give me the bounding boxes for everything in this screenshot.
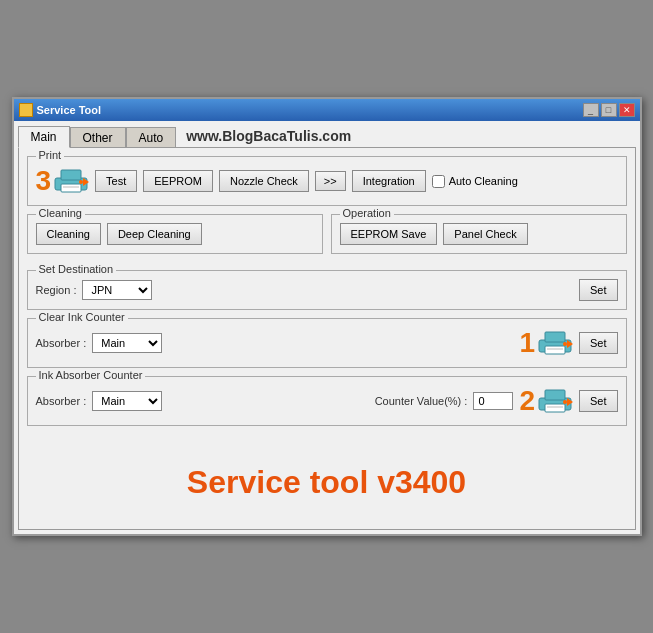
title-bar-left: Service Tool <box>19 103 102 117</box>
auto-cleaning-label[interactable]: Auto Cleaning <box>432 175 518 188</box>
absorber-label-1: Absorber : <box>36 337 87 349</box>
set-destination-label: Set Destination <box>36 263 117 275</box>
cleaning-section: Cleaning Cleaning Deep Cleaning <box>27 214 323 254</box>
panel-check-button[interactable]: Panel Check <box>443 223 527 245</box>
ink-absorber-set-button[interactable]: Set <box>579 390 618 412</box>
title-controls: _ □ ✕ <box>583 103 635 117</box>
tab-auto[interactable]: Auto <box>126 127 177 148</box>
badge1-container: 1 <box>519 327 573 359</box>
printer-icon-1 <box>537 330 573 356</box>
svg-rect-1 <box>61 170 81 180</box>
tab-main[interactable]: Main <box>18 126 70 148</box>
window-title: Service Tool <box>37 104 102 116</box>
printer-icon-3 <box>53 168 89 194</box>
operation-section: Operation EEPROM Save Panel Check <box>331 214 627 254</box>
printer-icon-2 <box>537 388 573 414</box>
clear-ink-counter-label: Clear Ink Counter <box>36 311 128 323</box>
arrow-button[interactable]: >> <box>315 171 346 191</box>
counter-value-input[interactable] <box>473 392 513 410</box>
clear-ink-set-button[interactable]: Set <box>579 332 618 354</box>
badge3-container: 3 <box>36 165 90 197</box>
svg-rect-9 <box>547 348 563 350</box>
region-label: Region : <box>36 284 77 296</box>
set-destination-section: Set Destination Region : JPN USA EUR Set <box>27 270 627 310</box>
badge-2: 2 <box>519 385 535 417</box>
svg-rect-7 <box>545 332 565 342</box>
test-button[interactable]: Test <box>95 170 137 192</box>
print-row: 3 Test EEPROM Nozzle Check <box>36 165 618 197</box>
set-destination-button[interactable]: Set <box>579 279 618 301</box>
cleaning-operation-row: Cleaning Cleaning Deep Cleaning Operatio… <box>27 214 627 262</box>
cleaning-section-label: Cleaning <box>36 207 85 219</box>
minimize-button[interactable]: _ <box>583 103 599 117</box>
integration-button[interactable]: Integration <box>352 170 426 192</box>
auto-cleaning-checkbox[interactable] <box>432 175 445 188</box>
badge2-container: 2 <box>519 385 573 417</box>
clear-ink-counter-section: Clear Ink Counter Absorber : Main Sub 1 <box>27 318 627 368</box>
operation-buttons-row: EEPROM Save Panel Check <box>340 223 618 245</box>
app-icon <box>19 103 33 117</box>
svg-rect-13 <box>545 390 565 400</box>
svg-rect-15 <box>547 406 563 408</box>
website-label: www.BlogBacaTulis.com <box>186 128 351 147</box>
badge-3: 3 <box>36 165 52 197</box>
absorber-label-2: Absorber : <box>36 395 87 407</box>
title-bar: Service Tool _ □ ✕ <box>14 99 640 121</box>
maximize-button[interactable]: □ <box>601 103 617 117</box>
svg-rect-3 <box>63 186 79 188</box>
badge-1: 1 <box>519 327 535 359</box>
region-select[interactable]: JPN USA EUR <box>82 280 152 300</box>
nozzle-check-button[interactable]: Nozzle Check <box>219 170 309 192</box>
cleaning-buttons-row: Cleaning Deep Cleaning <box>36 223 314 245</box>
counter-value-label: Counter Value(%) : <box>375 395 468 407</box>
deep-cleaning-button[interactable]: Deep Cleaning <box>107 223 202 245</box>
ink-absorber-counter-row: Absorber : Main Sub Counter Value(%) : 2 <box>36 385 618 417</box>
tab-header: Main Other Auto www.BlogBacaTulis.com <box>18 125 636 147</box>
absorber-select-1[interactable]: Main Sub <box>92 333 162 353</box>
svg-point-16 <box>563 400 567 404</box>
clear-ink-counter-row: Absorber : Main Sub 1 <box>36 327 618 359</box>
tab-other[interactable]: Other <box>70 127 126 148</box>
print-section-label: Print <box>36 149 65 161</box>
print-section: Print 3 <box>27 156 627 206</box>
operation-section-label: Operation <box>340 207 394 219</box>
window-content: Main Other Auto www.BlogBacaTulis.com Pr… <box>14 121 640 534</box>
eeprom-button[interactable]: EEPROM <box>143 170 213 192</box>
service-tool-text: Service tool v3400 <box>27 434 627 521</box>
svg-point-4 <box>79 180 83 184</box>
main-window: Service Tool _ □ ✕ Main Other Auto www.B… <box>12 97 642 536</box>
set-destination-row: Region : JPN USA EUR Set <box>36 279 618 301</box>
ink-absorber-counter-label: Ink Absorber Counter <box>36 369 146 381</box>
ink-absorber-counter-section: Ink Absorber Counter Absorber : Main Sub… <box>27 376 627 426</box>
cleaning-button[interactable]: Cleaning <box>36 223 101 245</box>
svg-point-10 <box>563 342 567 346</box>
absorber-select-2[interactable]: Main Sub <box>92 391 162 411</box>
eeprom-save-button[interactable]: EEPROM Save <box>340 223 438 245</box>
close-button[interactable]: ✕ <box>619 103 635 117</box>
main-panel: Print 3 <box>18 147 636 530</box>
